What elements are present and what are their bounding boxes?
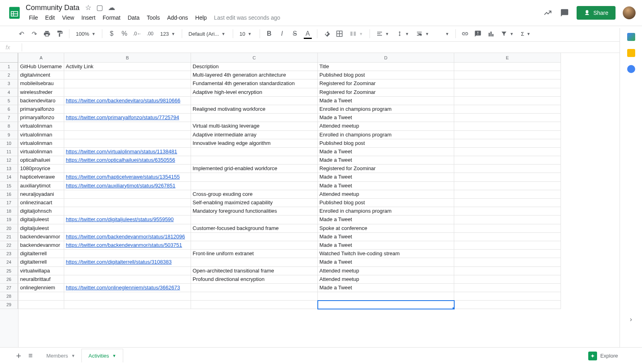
- cell[interactable]: Made a Tweet: [318, 258, 454, 266]
- cell[interactable]: Published blog post: [318, 71, 454, 79]
- row-header[interactable]: 13: [0, 165, 18, 173]
- cell[interactable]: Made a Tweet: [318, 173, 454, 181]
- cell[interactable]: digitaljuleest: [18, 224, 64, 233]
- cell[interactable]: Made a Tweet: [318, 182, 454, 190]
- cell[interactable]: Open-architected transitional frame: [191, 267, 318, 275]
- cell[interactable]: [454, 301, 561, 309]
- cell[interactable]: onlinezinacart: [18, 199, 64, 207]
- row-header[interactable]: 29: [0, 301, 18, 309]
- cell[interactable]: Made a Tweet: [318, 97, 454, 105]
- row-header[interactable]: 22: [0, 241, 18, 250]
- cell[interactable]: [191, 258, 318, 266]
- merge-cells-button[interactable]: ▼: [346, 30, 366, 37]
- row-header[interactable]: 24: [0, 258, 18, 266]
- row-header[interactable]: 6: [0, 105, 18, 114]
- cell[interactable]: [191, 156, 318, 165]
- cell[interactable]: [318, 301, 454, 309]
- cell[interactable]: [454, 63, 561, 71]
- cell[interactable]: [191, 114, 318, 122]
- document-title[interactable]: Community Data: [26, 4, 79, 12]
- cell[interactable]: [454, 165, 561, 173]
- sheet-tab-activities[interactable]: Activities▼: [81, 349, 123, 362]
- cell[interactable]: https://twitter.com/digitalterrell/statu…: [64, 258, 191, 266]
- cell[interactable]: Made a Tweet: [318, 156, 454, 165]
- zoom-select[interactable]: 100%▼: [73, 31, 99, 37]
- cell[interactable]: Front-line uniform extranet: [191, 250, 318, 258]
- cell[interactable]: [191, 148, 318, 156]
- row-header[interactable]: 3: [0, 79, 18, 88]
- col-header-c[interactable]: C: [191, 53, 318, 62]
- rotate-button[interactable]: ▼: [433, 31, 452, 37]
- all-sheets-button[interactable]: ≡: [28, 352, 33, 360]
- cell[interactable]: wirelessfreder: [18, 88, 64, 97]
- spreadsheet-grid[interactable]: A B C D E 123456789101112131415161718192…: [0, 53, 642, 347]
- cell[interactable]: [454, 139, 561, 148]
- print-button[interactable]: [41, 28, 53, 40]
- cell[interactable]: digitaljohnsch: [18, 207, 64, 216]
- cell[interactable]: [454, 233, 561, 241]
- cell[interactable]: [191, 97, 318, 105]
- cell[interactable]: Self-enabling maximized capability: [191, 199, 318, 207]
- cell[interactable]: [64, 267, 191, 275]
- cell[interactable]: [64, 275, 191, 284]
- cell[interactable]: [454, 105, 561, 114]
- cell[interactable]: backendevitaro: [18, 97, 64, 105]
- row-header[interactable]: 8: [0, 122, 18, 130]
- cell[interactable]: https://twitter.com/digitaljuleest/statu…: [64, 216, 191, 224]
- cell[interactable]: [18, 292, 64, 301]
- cell[interactable]: [454, 79, 561, 88]
- cell[interactable]: [64, 105, 191, 114]
- cell[interactable]: [64, 250, 191, 258]
- cell[interactable]: https://twitter.com/primaryalfonzo/statu…: [64, 114, 191, 122]
- cell[interactable]: https://twitter.com/opticalhailuei/statu…: [64, 156, 191, 165]
- cell[interactable]: [454, 258, 561, 266]
- cell[interactable]: Fundamental 4th generation standardizati…: [191, 79, 318, 88]
- cell[interactable]: [454, 199, 561, 207]
- cell[interactable]: backendevanmor: [18, 241, 64, 250]
- cell[interactable]: digitaljuleest: [18, 216, 64, 224]
- cell[interactable]: Made a Tweet: [318, 114, 454, 122]
- col-header-e[interactable]: E: [454, 53, 561, 62]
- cell[interactable]: [18, 301, 64, 309]
- decrease-decimal-button[interactable]: .0←: [131, 28, 143, 40]
- undo-button[interactable]: ↶: [15, 28, 27, 40]
- cell[interactable]: [454, 182, 561, 190]
- cell[interactable]: Made a Tweet: [318, 233, 454, 241]
- row-header[interactable]: 16: [0, 190, 18, 199]
- cell[interactable]: [191, 173, 318, 181]
- cell[interactable]: Cross-group exuding core: [191, 190, 318, 199]
- row-header[interactable]: 23: [0, 250, 18, 258]
- cell[interactable]: https://twitter.com/onlineglenniem/statu…: [64, 284, 191, 292]
- cell[interactable]: auxiliarytimot: [18, 182, 64, 190]
- cell[interactable]: Enrolled in champions program: [318, 207, 454, 216]
- cell[interactable]: Registered for Zoominar: [318, 79, 454, 88]
- explore-button[interactable]: ✦ Explore: [588, 352, 618, 360]
- cell[interactable]: hapticelverawe: [18, 173, 64, 181]
- cell[interactable]: [454, 241, 561, 250]
- sheets-logo-icon[interactable]: [6, 5, 22, 21]
- row-header[interactable]: 2: [0, 71, 18, 79]
- cell[interactable]: [454, 224, 561, 233]
- cell[interactable]: Made a Tweet: [318, 284, 454, 292]
- last-edit-text[interactable]: Last edit was seconds ago: [211, 13, 283, 22]
- cell[interactable]: GitHub Username: [18, 63, 64, 71]
- row-header[interactable]: 15: [0, 182, 18, 190]
- cell[interactable]: [191, 233, 318, 241]
- cell[interactable]: [64, 165, 191, 173]
- cell[interactable]: [454, 207, 561, 216]
- cell[interactable]: virtualwillapa: [18, 267, 64, 275]
- star-icon[interactable]: ☆: [85, 3, 91, 12]
- cell[interactable]: [454, 156, 561, 165]
- strikethrough-button[interactable]: S: [289, 28, 301, 40]
- chart-button[interactable]: [485, 28, 497, 40]
- cell[interactable]: Description: [191, 63, 318, 71]
- side-panel-expand-icon[interactable]: ›: [630, 316, 632, 323]
- row-header[interactable]: 26: [0, 275, 18, 284]
- cell[interactable]: [64, 139, 191, 148]
- select-all-cell[interactable]: [0, 53, 18, 63]
- filter-button[interactable]: ▼: [498, 31, 517, 37]
- tasks-icon[interactable]: [627, 65, 635, 73]
- text-color-button[interactable]: A: [302, 28, 314, 40]
- row-header[interactable]: 10: [0, 139, 18, 148]
- cell[interactable]: [454, 71, 561, 79]
